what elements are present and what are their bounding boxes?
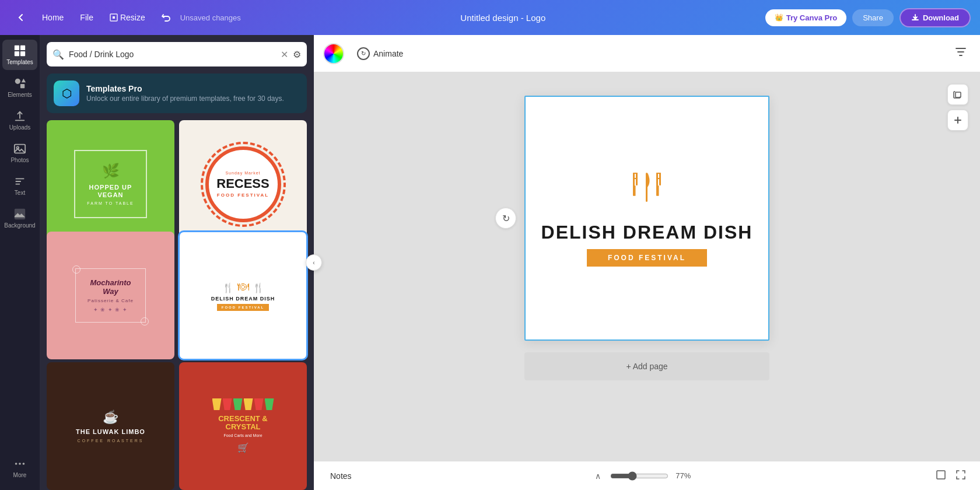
animate-icon: ↻ xyxy=(357,47,370,60)
text-icon xyxy=(13,175,26,188)
cart-icon: 🛒 xyxy=(237,442,249,453)
svg-rect-17 xyxy=(635,186,636,196)
svg-rect-4 xyxy=(20,51,25,56)
svg-rect-23 xyxy=(658,186,659,196)
design-canvas[interactable]: DELISH DREAM DISH FOOD FESTIVAL xyxy=(524,96,769,341)
canopy-icon xyxy=(212,398,274,410)
svg-rect-1 xyxy=(15,46,19,50)
svg-rect-21 xyxy=(656,173,661,174)
svg-rect-3 xyxy=(15,51,19,56)
back-button[interactable] xyxy=(9,9,33,26)
utensils-large-icon xyxy=(629,170,664,216)
shapes-icon xyxy=(13,77,26,90)
try-pro-button[interactable]: 👑 Try Canva Pro xyxy=(765,9,846,26)
zoom-label: 77% xyxy=(676,471,696,480)
collapse-pages-button[interactable]: ∧ xyxy=(593,469,603,483)
topbar-title: Untitled design - Logo xyxy=(246,13,761,23)
svg-point-5 xyxy=(15,79,20,84)
svg-rect-22 xyxy=(656,178,661,179)
svg-point-11 xyxy=(23,463,25,465)
sidebar-item-uploads[interactable]: Uploads xyxy=(2,105,37,135)
coffee-icon: ☕ xyxy=(103,410,118,425)
design-content: DELISH DREAM DISH FOOD FESTIVAL xyxy=(541,170,753,266)
icon-sidebar: Templates Elements Uploads Photos Text B… xyxy=(0,35,40,490)
copy-canvas-button[interactable] xyxy=(947,84,968,105)
topbar: Home File Resize Unsaved changes Untitle… xyxy=(0,0,980,35)
fullscreen-button[interactable] xyxy=(953,467,968,484)
upload-icon xyxy=(13,110,26,123)
search-clear-icon[interactable]: ✕ xyxy=(281,49,288,60)
topbar-right: 👑 Try Canva Pro Share Download xyxy=(765,8,971,27)
color-palette-swatch[interactable] xyxy=(323,43,344,64)
canvas-area: ↻ Animate ↻ xyxy=(314,35,980,490)
pro-banner[interactable]: ⬡ Templates Pro Unlock our entire librar… xyxy=(47,74,307,113)
filter-icon-button[interactable] xyxy=(951,42,971,65)
zoom-slider[interactable] xyxy=(610,471,668,481)
design-main-title: DELISH DREAM DISH xyxy=(541,222,753,243)
more-icon xyxy=(13,457,26,470)
sidebar-item-background[interactable]: Background xyxy=(2,203,37,233)
notes-button[interactable]: Notes xyxy=(326,469,356,483)
search-filter-icon[interactable]: ⚙ xyxy=(293,49,301,60)
hide-panel-button[interactable]: ‹ xyxy=(306,254,322,271)
sidebar-item-elements[interactable]: Elements xyxy=(2,72,37,103)
topbar-left: Home File Resize Unsaved changes xyxy=(9,9,241,26)
bottom-bar: Notes ∧ 77% xyxy=(314,461,980,490)
templates-panel-wrap: 🔍 ✕ ⚙ ⬡ Templates Pro Unlock our entire … xyxy=(40,35,314,490)
add-page-button[interactable]: + Add page xyxy=(524,352,769,380)
leaf-icon: 🌿 xyxy=(87,163,134,179)
resize-button[interactable]: Resize xyxy=(103,9,152,26)
svg-rect-6 xyxy=(20,84,24,88)
svg-rect-16 xyxy=(633,178,638,179)
search-icon: 🔍 xyxy=(52,49,64,60)
home-button[interactable]: Home xyxy=(35,9,71,26)
template-card-delish[interactable]: 🍴 🍽 🍴 DELISH DREAM DISH FOOD FESTIVAL xyxy=(179,232,307,359)
svg-rect-2 xyxy=(20,46,25,50)
pro-banner-icon: ⬡ xyxy=(54,80,79,106)
fit-page-button[interactable] xyxy=(933,467,949,484)
share-button[interactable]: Share xyxy=(852,9,894,26)
canvas-toolbar: ↻ Animate xyxy=(314,35,980,72)
templates-panel: 🔍 ✕ ⚙ ⬡ Templates Pro Unlock our entire … xyxy=(40,35,314,490)
download-button[interactable]: Download xyxy=(900,8,971,27)
template-card-luwak[interactable]: ☕ THE LUWAK LIMBO COFFEE ROASTERS xyxy=(47,362,174,490)
animate-button[interactable]: ↻ Animate xyxy=(351,44,409,64)
crown-icon: 👑 xyxy=(775,13,783,22)
unsaved-label: Unsaved changes xyxy=(180,13,241,22)
main-layout: Templates Elements Uploads Photos Text B… xyxy=(0,35,980,490)
pro-banner-text: Templates Pro Unlock our entire library … xyxy=(86,84,284,103)
svg-rect-24 xyxy=(937,471,945,479)
canvas-controls xyxy=(947,84,968,131)
file-button[interactable]: File xyxy=(73,9,100,26)
photo-icon xyxy=(13,142,26,155)
design-subtitle-badge: FOOD FESTIVAL xyxy=(587,249,707,267)
search-input[interactable] xyxy=(69,50,276,59)
svg-point-10 xyxy=(19,463,21,465)
template-card-hopped-up[interactable]: 🌿 HOPPED UPVEGAN FARM TO TABLE xyxy=(47,120,174,248)
refresh-canvas-button[interactable]: ↻ xyxy=(495,208,516,229)
svg-rect-15 xyxy=(633,173,638,174)
utensils-preview-icon: 🍴 🍽 🍴 xyxy=(222,280,264,293)
canvas-scroll[interactable]: ↻ xyxy=(314,72,980,461)
search-bar: 🔍 ✕ ⚙ xyxy=(47,42,307,66)
sidebar-item-templates[interactable]: Templates xyxy=(2,40,37,70)
template-card-mocha[interactable]: MocharintoWay Patisserie & Cafe ✦ ❀ ✦ ❀ … xyxy=(47,232,174,359)
sidebar-item-text[interactable]: Text xyxy=(2,170,37,201)
svg-point-9 xyxy=(15,463,18,465)
template-grid: 🌿 HOPPED UPVEGAN FARM TO TABLE Sunday Ma… xyxy=(40,118,314,490)
sidebar-item-photos[interactable]: Photos xyxy=(2,138,37,168)
template-card-recess[interactable]: Sunday Market RECESS FOOD FESTIVAL xyxy=(179,120,307,248)
svg-rect-18 xyxy=(646,173,648,202)
undo-button[interactable] xyxy=(155,9,178,26)
grid-icon xyxy=(13,44,26,57)
sidebar-item-more[interactable]: More xyxy=(2,453,37,483)
add-canvas-button[interactable] xyxy=(947,110,968,131)
background-icon xyxy=(13,208,26,220)
template-card-crescent[interactable]: CRESCENT &CRYSTAL Food Carts and More 🛒 xyxy=(179,362,307,490)
